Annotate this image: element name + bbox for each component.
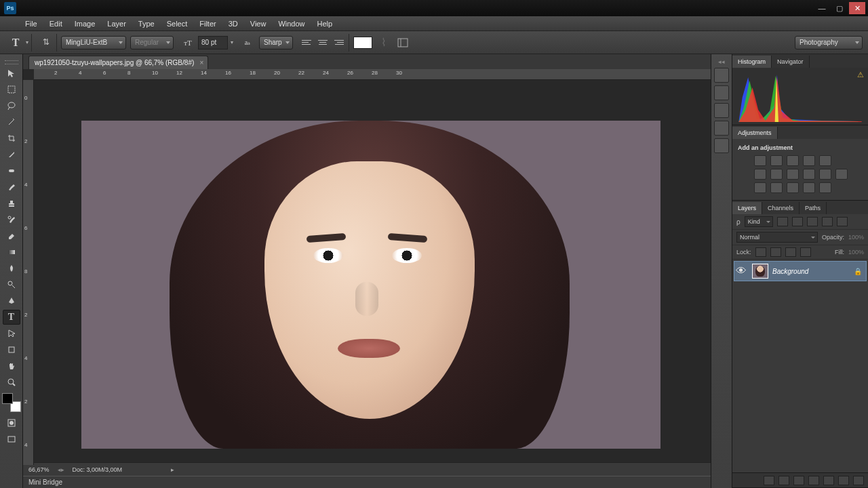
minimize-button[interactable]: —	[814, 2, 830, 14]
levels-icon[interactable]	[770, 155, 783, 166]
layer-filter-dropdown[interactable]: Kind	[745, 216, 773, 227]
maximize-button[interactable]: ▢	[831, 2, 848, 14]
dock-icon[interactable]	[714, 121, 729, 136]
link-layers-icon[interactable]	[764, 476, 774, 485]
filter-type-icon[interactable]	[807, 217, 818, 226]
menu-window[interactable]: Window	[272, 18, 311, 29]
tab-histogram[interactable]: Histogram	[732, 56, 772, 68]
brush-tool[interactable]	[3, 180, 20, 195]
antialias-dropdown[interactable]: Sharp	[259, 36, 293, 49]
move-tool[interactable]	[3, 66, 20, 81]
filter-icon[interactable]: ρ	[736, 218, 741, 226]
selective-color-icon[interactable]	[819, 182, 831, 193]
font-family-dropdown[interactable]: MingLiU-ExtB	[61, 36, 126, 49]
zoom-tool[interactable]	[3, 375, 20, 390]
menu-image[interactable]: Image	[68, 18, 102, 29]
tab-adjustments[interactable]: Adjustments	[732, 127, 778, 139]
mini-bridge-tab[interactable]: Mini Bridge	[23, 476, 711, 488]
dock-icon[interactable]	[714, 68, 729, 83]
lock-position-icon[interactable]	[785, 247, 796, 257]
quickmask-tool[interactable]	[3, 415, 20, 430]
menu-edit[interactable]: Edit	[43, 18, 68, 29]
tab-paths[interactable]: Paths	[800, 202, 827, 214]
color-balance-icon[interactable]	[770, 169, 783, 180]
align-right-button[interactable]	[332, 36, 346, 49]
workspace-dropdown[interactable]: Photography	[795, 36, 863, 49]
lock-pixels-icon[interactable]	[770, 247, 781, 257]
doc-info-arrow-icon[interactable]: ◂▸	[58, 466, 64, 473]
histogram-warning-icon[interactable]: ⚠	[857, 70, 864, 79]
color-swatches[interactable]	[2, 393, 21, 412]
opacity-value[interactable]: 100%	[848, 234, 864, 241]
toolbox-handle[interactable]	[0, 60, 22, 65]
crop-tool[interactable]	[3, 131, 20, 146]
tab-layers[interactable]: Layers	[732, 202, 762, 214]
wand-tool[interactable]	[3, 115, 20, 129]
exposure-icon[interactable]	[803, 155, 815, 166]
lasso-tool[interactable]	[3, 98, 20, 113]
close-button[interactable]: ✕	[849, 2, 865, 14]
menu-help[interactable]: Help	[311, 18, 339, 29]
warp-text-icon[interactable]: ⌇	[376, 35, 391, 50]
new-group-icon[interactable]	[823, 476, 834, 485]
menu-3d[interactable]: 3D	[222, 18, 244, 29]
healing-tool[interactable]	[3, 163, 20, 178]
menu-type[interactable]: Type	[132, 18, 161, 29]
preset-arrow-icon[interactable]: ▾	[26, 39, 28, 45]
lock-transparency-icon[interactable]	[755, 247, 766, 257]
text-color-swatch[interactable]	[353, 37, 372, 49]
font-style-dropdown[interactable]: Regular	[130, 36, 174, 49]
filter-smart-icon[interactable]	[837, 217, 848, 226]
type-tool-icon[interactable]: T	[8, 35, 23, 50]
type-tool[interactable]: T	[3, 310, 20, 325]
text-orientation-icon[interactable]: ⇅	[39, 35, 54, 50]
menu-file[interactable]: File	[19, 18, 43, 29]
gradient-tool[interactable]	[3, 245, 20, 260]
threshold-icon[interactable]	[787, 182, 799, 193]
size-arrow-icon[interactable]: ▾	[231, 39, 233, 45]
filter-adjust-icon[interactable]	[792, 217, 803, 226]
tab-channels[interactable]: Channels	[762, 202, 800, 214]
brightness-icon[interactable]	[754, 155, 766, 166]
character-panel-icon[interactable]	[395, 35, 410, 50]
lock-icon[interactable]: 🔒	[854, 268, 866, 275]
tab-navigator[interactable]: Navigator	[772, 56, 810, 68]
menu-select[interactable]: Select	[161, 18, 194, 29]
dock-icon[interactable]	[714, 103, 729, 118]
align-center-button[interactable]	[316, 36, 330, 49]
dodge-tool[interactable]	[3, 277, 20, 292]
lock-all-icon[interactable]	[800, 247, 811, 257]
hand-tool[interactable]	[3, 359, 20, 373]
photo-filter-icon[interactable]	[803, 169, 815, 180]
fill-value[interactable]: 100%	[848, 249, 864, 256]
gradient-map-icon[interactable]	[803, 182, 815, 193]
delete-layer-icon[interactable]	[853, 476, 864, 485]
blur-tool[interactable]	[3, 261, 20, 276]
close-tab-icon[interactable]: ×	[199, 59, 203, 66]
invert-icon[interactable]	[754, 182, 766, 193]
blend-mode-dropdown[interactable]: Normal	[736, 232, 818, 243]
canvas-viewport[interactable]	[34, 80, 711, 462]
path-selection-tool[interactable]	[3, 326, 20, 341]
document-tab[interactable]: wp1921050-tzuyu-wallpapers.jpg @ 66,7% (…	[28, 56, 208, 69]
font-size-input[interactable]: 80 pt	[198, 36, 228, 49]
color-lookup-icon[interactable]	[835, 169, 848, 180]
dock-icon[interactable]	[714, 138, 729, 153]
layer-style-icon[interactable]	[778, 476, 789, 485]
layer-row[interactable]: 👁 Background 🔒	[734, 261, 867, 281]
eyedropper-tool[interactable]	[3, 147, 20, 162]
canvas-image[interactable]	[81, 121, 660, 449]
visibility-toggle-icon[interactable]: 👁	[734, 265, 748, 277]
status-play-icon[interactable]: ▸	[171, 466, 174, 473]
menu-view[interactable]: View	[244, 18, 273, 29]
filter-pixel-icon[interactable]	[777, 217, 788, 226]
pen-tool[interactable]	[3, 293, 20, 308]
eraser-tool[interactable]	[3, 228, 20, 243]
hue-icon[interactable]	[754, 169, 766, 180]
expand-dock-icon[interactable]: ◂◂	[711, 58, 732, 65]
dock-icon[interactable]	[714, 85, 729, 100]
screen-mode-tool[interactable]	[3, 432, 20, 447]
vibrance-icon[interactable]	[819, 155, 831, 166]
ruler-vertical[interactable]: 024682424	[23, 80, 34, 465]
shape-tool[interactable]	[3, 342, 20, 357]
